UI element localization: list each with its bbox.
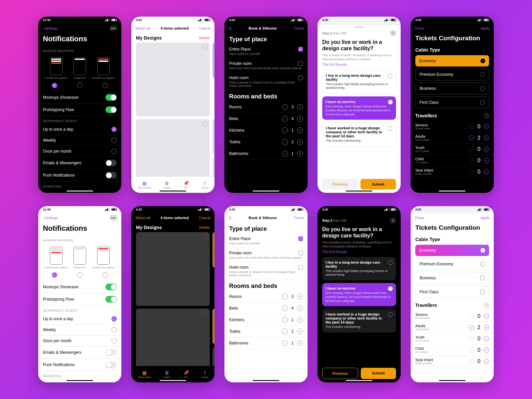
radio-icon xyxy=(111,127,117,132)
close-icon[interactable]: ✕ xyxy=(390,217,396,223)
row-2: 11:39􀙇 ‹ Settings••• Notifications Manag… xyxy=(28,206,504,382)
phone-filter-light: 4:20􀙇 ☰Book & SithomeTravel Type of plac… xyxy=(224,206,308,382)
tab-add[interactable]: ▦Add to board xyxy=(138,181,151,189)
status-bar: 11:39􀙇 xyxy=(38,17,121,23)
home-indicator[interactable] xyxy=(346,191,372,192)
cabin-option[interactable]: Economy xyxy=(415,55,489,66)
home-indicator[interactable] xyxy=(160,380,186,381)
radio-row[interactable]: Once per month xyxy=(38,146,121,157)
nav-bar: ‹ Settings••• xyxy=(38,213,121,223)
step-indicator: Step 2 from 148✕ xyxy=(318,28,401,39)
close-button[interactable]: Close xyxy=(415,26,424,30)
stepper-row: Beds−4+ xyxy=(224,113,308,125)
page-title: Notifications xyxy=(38,33,121,46)
poll-results-link[interactable]: This Poll Results xyxy=(318,63,401,70)
toggle[interactable] xyxy=(105,94,117,101)
nav-bar: CloseApply xyxy=(411,23,494,33)
close-icon[interactable]: ✕ xyxy=(390,30,396,36)
selection-count: 4 items selected xyxy=(161,26,189,30)
mockup-option[interactable]: Double line caption xyxy=(92,57,115,79)
radio-icon[interactable] xyxy=(52,83,57,88)
traveller-row: Youth12-17 years−0+ xyxy=(411,144,494,155)
apply-button[interactable]: Apply xyxy=(480,216,490,220)
mockup-option[interactable]: Single line xyxy=(73,57,86,79)
mockup-option[interactable]: Double line caption xyxy=(45,57,67,79)
home-indicator[interactable] xyxy=(253,380,279,381)
tile-grid xyxy=(131,43,214,176)
back-button[interactable]: ‹ Settings xyxy=(42,216,58,220)
menu-icon[interactable]: ☰ xyxy=(228,216,232,220)
menu-icon[interactable]: ☰ xyxy=(228,26,232,31)
plus-icon[interactable]: + xyxy=(484,124,489,129)
checkbox-row[interactable]: Private roomHave your own room and share… xyxy=(224,59,308,73)
checkbox-row[interactable]: Hotel roomHave a private or shared room … xyxy=(224,73,308,90)
cabin-option[interactable]: Premium Economy xyxy=(415,68,489,80)
radio-row[interactable]: Up to once a day xyxy=(38,124,121,135)
poll-option[interactable]: I have worked in a huge design company o… xyxy=(322,122,396,147)
toggle[interactable] xyxy=(105,172,117,179)
cancel-button[interactable]: Cancel xyxy=(199,26,210,30)
tile[interactable] xyxy=(136,119,210,176)
toggle-row: Push Notifications xyxy=(38,169,121,182)
radio-row[interactable]: Weekly xyxy=(38,135,121,146)
mockup-selector: Double line caption Single line Double l… xyxy=(38,54,121,83)
tab-export[interactable]: ⇪Export xyxy=(201,181,208,189)
home-indicator[interactable] xyxy=(439,380,466,381)
phone-notifications-light: 11:39􀙇 ‹ Settings••• Notifications Manag… xyxy=(38,206,121,382)
toggle[interactable] xyxy=(105,106,117,113)
radio-icon[interactable] xyxy=(77,83,82,88)
cabin-option[interactable]: Business xyxy=(415,82,489,94)
info-icon[interactable]: ? xyxy=(484,303,489,308)
delete-button[interactable]: Delete xyxy=(199,225,210,229)
cancel-button[interactable]: Cancel xyxy=(199,216,210,220)
select-all-button[interactable]: Select all xyxy=(135,26,150,30)
home-indicator[interactable] xyxy=(253,191,279,192)
section-header: Marketing xyxy=(38,182,121,190)
minus-icon[interactable]: − xyxy=(469,124,474,129)
cabin-option[interactable]: First Class xyxy=(415,96,489,108)
plus-icon[interactable]: + xyxy=(297,104,303,110)
delete-button[interactable]: Delete xyxy=(199,36,210,40)
poll-description: This includes a studio, workshop, cowork… xyxy=(318,54,401,63)
minus-icon[interactable]: − xyxy=(282,104,288,110)
select-all-button[interactable]: Select all xyxy=(135,216,150,220)
previous-button[interactable]: Previous xyxy=(322,179,358,190)
poll-option[interactable]: I have no worriesOne morning, when Grego… xyxy=(322,96,396,120)
back-button[interactable]: ‹ Settings xyxy=(42,26,58,30)
toggle[interactable] xyxy=(105,160,117,166)
status-bar: 11:39􀙇 xyxy=(38,206,121,213)
toggle-row: Emails & Messengers xyxy=(38,157,121,169)
apply-button[interactable]: Apply xyxy=(480,26,490,30)
home-indicator[interactable] xyxy=(66,380,93,381)
pin-icon: 📌 xyxy=(183,181,189,186)
more-icon[interactable]: ••• xyxy=(109,215,117,221)
phone-tickets-light: 4:20􀙇 CloseApply Tickets Configuration C… xyxy=(411,206,494,382)
tile[interactable] xyxy=(212,157,214,176)
page-title: Tickets Configuration xyxy=(411,33,494,45)
status-bar: 4:20􀙇 xyxy=(224,17,308,23)
section-title: Type of place xyxy=(224,33,308,44)
travel-link[interactable]: Travel xyxy=(294,26,304,30)
radio-icon[interactable] xyxy=(102,83,108,88)
submit-button[interactable]: Submit xyxy=(361,368,396,379)
tab-pin[interactable]: 📌Pin xyxy=(183,181,189,189)
phone-poll-light: 4:20􀙇 Step 2 from 148✕ Do you live or wo… xyxy=(318,17,401,193)
submit-button[interactable]: Submit xyxy=(360,179,396,190)
home-indicator[interactable] xyxy=(160,191,186,192)
traveller-row: Child2-11 years−0+ xyxy=(411,155,494,166)
tile[interactable] xyxy=(212,119,214,155)
home-indicator[interactable] xyxy=(346,380,372,381)
checkbox-row[interactable]: Entire PlaceHave a jerk for yourself xyxy=(224,44,308,59)
tile[interactable] xyxy=(136,43,210,116)
previous-button[interactable]: Previous xyxy=(322,368,358,379)
poll-option[interactable]: I live in a long-term design care facili… xyxy=(322,70,396,94)
tile[interactable] xyxy=(212,43,214,78)
home-indicator[interactable] xyxy=(439,191,466,192)
tab-delete[interactable]: 🗑Delete xyxy=(164,181,170,189)
status-bar: 4:20􀙇 xyxy=(131,17,214,23)
close-button[interactable]: Close xyxy=(415,216,424,220)
export-icon: ⇪ xyxy=(203,181,207,186)
home-indicator[interactable] xyxy=(66,191,93,192)
info-icon[interactable]: ? xyxy=(484,113,489,118)
more-icon[interactable]: ••• xyxy=(109,25,117,31)
